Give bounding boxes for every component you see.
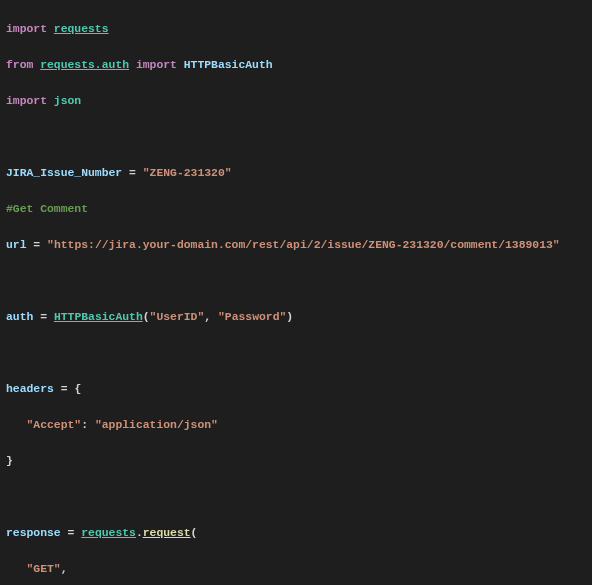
code-line: headers = { (6, 380, 592, 398)
code-line: from requests.auth import HTTPBasicAuth (6, 56, 592, 74)
code-line: import requests (6, 20, 592, 38)
code-line: response = requests.request( (6, 524, 592, 542)
code-line: "Accept": "application/json" (6, 416, 592, 434)
code-line: auth = HTTPBasicAuth("UserID", "Password… (6, 308, 592, 326)
code-block: import requests from requests.auth impor… (0, 0, 592, 585)
code-line: url = "https://jira.your-domain.com/rest… (6, 236, 592, 254)
code-line: JIRA_Issue_Number = "ZENG-231320" (6, 164, 592, 182)
code-line: #Get Comment (6, 200, 592, 218)
code-line: import json (6, 92, 592, 110)
code-line: "GET", (6, 560, 592, 578)
code-line: } (6, 452, 592, 470)
